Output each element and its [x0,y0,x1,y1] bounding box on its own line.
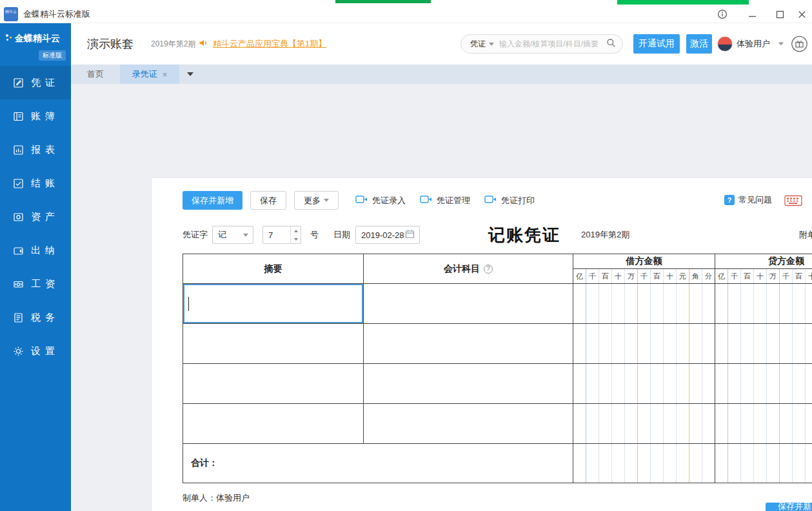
summary-cell[interactable] [183,284,364,323]
voucher-entry-link[interactable]: 凭证录入 [355,195,406,206]
sidebar-item-books[interactable]: 账簿 [0,99,71,133]
digit-cell [715,404,728,443]
help-icon[interactable]: ? [484,265,493,274]
search-input[interactable] [499,39,606,48]
credit-amount-cell[interactable] [715,284,812,323]
more-button[interactable]: 更多 [294,191,339,210]
digit-cell [651,404,664,443]
search-category-caret-icon[interactable] [489,43,494,46]
tab-home[interactable]: 首页 [71,65,120,84]
sidebar-item-settings[interactable]: 设置 [0,334,71,368]
digit-cell [702,324,715,363]
promo-link[interactable]: 精斗云产品应用宝典【第1期】 [213,38,326,50]
maximize-button[interactable] [770,5,789,23]
digit-unit-label: 千 [638,269,651,283]
digit-cell [677,444,689,483]
brand-logo-block: 金蝶精斗云 标准版 [0,23,71,65]
credit-amount-cell[interactable] [715,324,812,363]
sidebar-item-closing[interactable]: 结账 [0,166,71,200]
voucher-number-stepper[interactable]: 7 [262,226,301,244]
voucher-period: 2019年第2期 [581,229,629,241]
debit-amount-cell[interactable] [573,404,715,443]
digit-cell [677,284,689,323]
digit-cell [702,404,715,443]
sidebar-item-payroll[interactable]: 工资 [0,267,71,301]
digit-cell [612,444,625,483]
account-cell[interactable] [364,404,573,443]
digit-cell [715,324,728,363]
voucher-word-select[interactable]: 记 [212,226,253,244]
sidebar-item-assets[interactable]: 资产 [0,200,71,234]
tab-new-voucher[interactable]: 录凭证× [120,65,179,84]
account-cell[interactable] [364,284,573,323]
video-link-label: 凭证录入 [372,195,406,206]
summary-cell[interactable] [183,324,364,363]
tab-label: 录凭证 [132,68,157,80]
payroll-icon [13,279,24,290]
digit-unit-label: 十 [754,269,767,283]
digit-cell [651,364,664,403]
digit-cell [741,364,754,403]
search-category[interactable]: 凭证 [470,39,486,50]
summary-cell[interactable] [183,404,364,443]
logo-dots-icon [5,32,12,45]
digit-cell [728,324,741,363]
tab-list-dropdown-icon[interactable] [187,72,193,76]
digit-cell [767,324,780,363]
minimize-button[interactable] [742,5,762,23]
credit-amount-cell[interactable] [715,364,812,403]
faq-link[interactable]: ? 常见问题 [724,194,772,206]
digit-cell [741,404,754,443]
sidebar-item-label: 报表 [31,144,59,156]
debit-amount-cell[interactable] [573,324,715,363]
text-cursor [188,297,189,311]
credit-amount-cell[interactable] [715,404,812,443]
info-icon[interactable] [713,5,732,23]
user-menu-caret-icon[interactable] [778,43,784,46]
summary-cell[interactable] [183,364,364,403]
date-input[interactable]: 2019-02-28 [355,226,420,244]
activate-button[interactable]: 激活 [686,34,712,54]
digit-cell [754,404,767,443]
open-trial-button[interactable]: 开通试用 [633,34,680,54]
debit-amount-cell[interactable] [573,284,715,323]
user-avatar[interactable] [717,36,733,52]
save-and-new-button[interactable]: 保存并新增 [183,191,243,210]
calendar-icon [405,229,415,241]
save-and-new-button-bottom[interactable]: 保存并新增 [766,503,812,511]
debit-amount-cell[interactable] [573,364,715,403]
tab-close-icon[interactable]: × [163,70,168,79]
sidebar-item-cashier[interactable]: 出纳 [0,234,71,267]
digit-cell [599,324,612,363]
digit-cell [612,284,625,323]
digit-cell [767,404,780,443]
digit-cell [677,404,689,443]
voucher-manage-link[interactable]: 凭证管理 [420,195,470,206]
digit-cell [780,324,793,363]
gift-icon[interactable] [791,35,808,53]
edition-badge: 标准版 [39,50,66,61]
ledger-icon [13,111,24,122]
voucher-row [183,364,812,404]
number-down-icon[interactable] [291,235,301,243]
account-cell[interactable] [364,364,573,403]
digit-cell [741,324,754,363]
search-icon[interactable] [606,38,616,50]
sidebar-item-voucher[interactable]: 凭证 [0,66,71,99]
sidebar-item-reports[interactable]: 报表 [0,133,71,166]
settings-icon [13,346,24,357]
user-name[interactable]: 体验用户 [737,38,770,50]
digit-unit-label: 万 [767,269,780,283]
account-cell[interactable] [364,324,573,363]
sidebar-item-tax[interactable]: 税务 [0,301,71,334]
digit-cell [780,364,793,403]
close-button[interactable] [792,5,811,23]
number-up-icon[interactable] [291,226,301,235]
save-button[interactable]: 保存 [250,191,286,210]
digit-cell [612,404,625,443]
digit-cell [728,364,741,403]
voucher-print-link[interactable]: 凭证打印 [484,195,535,206]
total-debit-cell [573,444,715,483]
tax-icon [13,312,24,323]
keyboard-icon[interactable] [784,195,802,208]
